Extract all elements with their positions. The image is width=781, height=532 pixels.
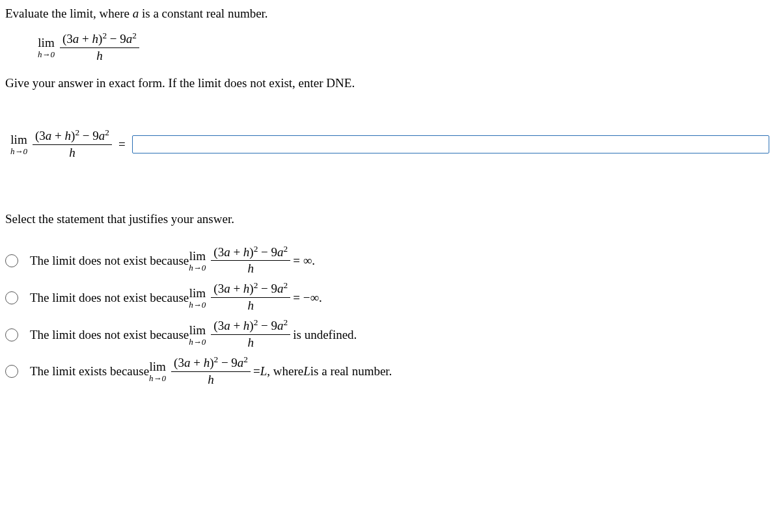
radio-icon[interactable]: [5, 365, 18, 378]
question-prefix: Evaluate the limit, where: [5, 7, 133, 20]
question-prompt: Evaluate the limit, where a is a constan…: [5, 7, 776, 21]
limit-expression-display: lim h→0 (3a + h)2 − 9a2 h: [38, 33, 776, 63]
question-suffix: is a constant real number.: [139, 7, 267, 20]
option-text: The limit does not exist because lim h→0…: [30, 246, 315, 276]
fraction: (3a + h)2 − 9a2 h: [211, 246, 290, 276]
lim-operator: lim h→0: [189, 324, 206, 346]
answer-input[interactable]: [132, 135, 769, 153]
option-neg-infinity[interactable]: The limit does not exist because lim h→0…: [5, 282, 776, 313]
radio-icon[interactable]: [5, 291, 18, 304]
fraction: (3a + h)2 − 9a2 h: [60, 33, 139, 63]
option-text: The limit does not exist because lim h→0…: [30, 319, 357, 350]
instruction-text: Give your answer in exact form. If the l…: [5, 76, 776, 90]
lim-operator: lim h→0: [189, 287, 206, 309]
option-real-number[interactable]: The limit exists because lim h→0 (3a + h…: [5, 356, 776, 387]
question-var: a: [133, 7, 139, 20]
option-infinity[interactable]: The limit does not exist because lim h→0…: [5, 246, 776, 276]
radio-icon[interactable]: [5, 254, 18, 267]
lim-operator: lim h→0: [38, 36, 55, 59]
option-undefined[interactable]: The limit does not exist because lim h→0…: [5, 319, 776, 350]
select-statement-prompt: Select the statement that justifies your…: [5, 212, 776, 226]
option-text: The limit exists because lim h→0 (3a + h…: [30, 356, 392, 387]
fraction: (3a + h)2 − 9a2 h: [211, 319, 290, 350]
lim-operator: lim h→0: [189, 250, 206, 272]
fraction: (3a + h)2 − 9a2 h: [171, 356, 251, 387]
fraction: (3a + h)2 − 9a2 h: [211, 282, 290, 313]
lim-operator: lim h→0: [10, 133, 27, 155]
answer-lhs: lim h→0 (3a + h)2 − 9a2 h =: [10, 129, 130, 160]
lim-operator: lim h→0: [149, 360, 166, 382]
answer-row: lim h→0 (3a + h)2 − 9a2 h =: [10, 129, 776, 160]
option-text: The limit does not exist because lim h→0…: [30, 282, 322, 313]
equals-sign: =: [118, 137, 126, 152]
fraction: (3a + h)2 − 9a2 h: [33, 129, 112, 160]
radio-icon[interactable]: [5, 328, 18, 341]
